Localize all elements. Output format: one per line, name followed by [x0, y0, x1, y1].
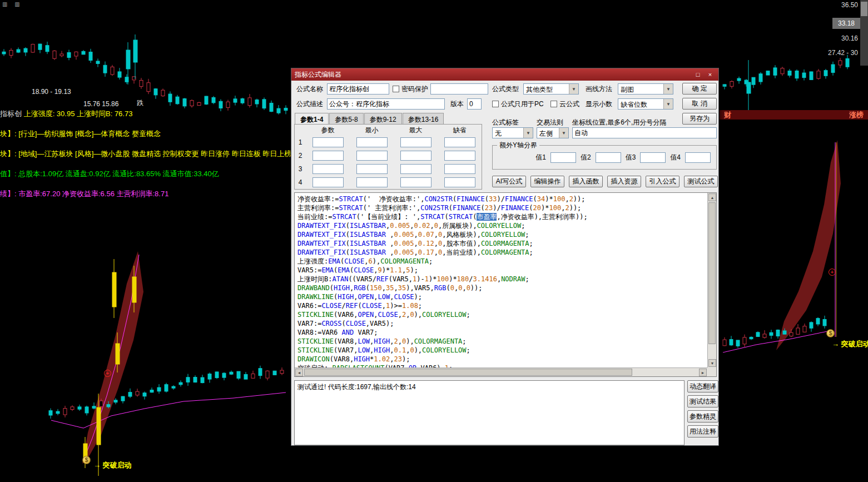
toolbar-button-插入资源[interactable]: 插入资源: [607, 176, 641, 187]
toolbar-button-测试公式[interactable]: 测试公式: [684, 176, 718, 187]
tag-select[interactable]: 无 ▼: [492, 127, 533, 138]
scroll-down-icon[interactable]: ▼: [708, 359, 716, 367]
axis-position-label: 坐标线位置,最多6个,用分号分隔: [572, 118, 666, 126]
price-label: 30.16: [841, 34, 858, 42]
code-line: DRAWTEXT_FIX(ISLASTBAR,0.005,0.02,0,所属板块…: [297, 221, 707, 230]
ok-button[interactable]: 确 定: [682, 83, 717, 95]
code-line: 上涨时间B:ATAN((VAR5/REF(VAR5,1)-1)*100)*180…: [297, 275, 707, 284]
price-label: 33.18: [832, 18, 860, 29]
scrollbar-corner: [707, 367, 716, 376]
param-input[interactable]: [356, 151, 388, 161]
param-input[interactable]: [313, 164, 344, 174]
password-checkbox[interactable]: [393, 86, 399, 92]
tag-value: 无: [493, 128, 523, 138]
param-input[interactable]: [400, 151, 431, 161]
scroll-left-icon[interactable]: ◄: [295, 369, 303, 376]
price-label: 27.42 - 30: [828, 49, 858, 57]
test-result-box: 测试通过! 代码长度:1697,输出线个数:14: [294, 380, 685, 445]
version-input[interactable]: [467, 98, 482, 110]
code-line: DRAWTEXT_FIX(ISLASTBAR ,0.005,0.07,0,风格板…: [297, 230, 707, 239]
vscroll-thumb[interactable]: [708, 202, 716, 344]
price-label: 36.50: [841, 1, 858, 9]
password-input[interactable]: [430, 83, 488, 95]
param-col-header: 最大: [409, 126, 423, 135]
y-value-input[interactable]: [550, 152, 576, 163]
param-input[interactable]: [444, 151, 475, 161]
cancel-button[interactable]: 取 消: [682, 98, 717, 110]
side-button-用法注释[interactable]: 用法注释: [687, 425, 718, 438]
param-input[interactable]: [444, 177, 475, 187]
chevron-down-icon: ▼: [663, 84, 673, 94]
toolbar-button-引入公式[interactable]: 引入公式: [646, 176, 679, 187]
toolbar-button-AI写公式[interactable]: AI写公式: [492, 176, 526, 187]
param-input[interactable]: [444, 137, 475, 147]
y-value-input[interactable]: [640, 152, 666, 163]
y-value-label: 值3: [626, 153, 636, 162]
draw-method-select[interactable]: 副图 ▼: [618, 83, 673, 95]
y-value-input[interactable]: [596, 152, 621, 163]
scrollbar-thumb[interactable]: [861, 2, 867, 16]
dialog-titlebar[interactable]: 指标公式编辑器 □ ×: [291, 68, 718, 81]
formula-desc-input[interactable]: [327, 98, 445, 110]
y-value-label: 值2: [581, 153, 591, 162]
toolbar-button-编辑操作[interactable]: 编辑操作: [530, 176, 564, 187]
chevron-down-icon: ▼: [559, 128, 568, 138]
close-button[interactable]: ×: [705, 71, 715, 79]
code-text: 净资收益率:=STRCAT(' 净资收益率:',CON2STR(FINANCE(…: [295, 193, 707, 367]
axis-scrollbar[interactable]: [860, 0, 868, 66]
save-as-button[interactable]: 另存为: [682, 113, 717, 125]
formula-name-input[interactable]: [327, 83, 389, 95]
decimal-select[interactable]: 缺省位数 ▼: [618, 98, 673, 110]
formula-type-select[interactable]: 其他类型 ▼: [523, 83, 579, 95]
param-input[interactable]: [400, 137, 431, 147]
corner-icons: ▥ ▥: [2, 1, 23, 7]
toolbar-button-插入函数[interactable]: 插入函数: [569, 176, 603, 187]
code-line: VAR7:=CROSS(CLOSE,VAR5);: [297, 319, 707, 328]
formula-type-label: 公式类型: [492, 85, 519, 93]
code-line: VAR8:=VAR6 AND VAR7;: [297, 328, 707, 337]
cloud-checkbox[interactable]: [550, 101, 557, 107]
param-input[interactable]: [313, 177, 344, 187]
code-line: 上涨强度:EMA(CLOSE,6),COLORMAGENTA;: [297, 257, 707, 266]
price-note-pair: 15.76 15.86: [83, 100, 118, 108]
side-button-参数精灵[interactable]: 参数精灵: [687, 410, 718, 423]
code-line: VAR6:=CLOSE/REF(CLOSE,1)>=1.08;: [297, 301, 707, 310]
dialog-title: 指标公式编辑器: [295, 70, 691, 79]
chevron-down-icon: ▼: [663, 99, 673, 109]
formula-type-value: 其他类型: [524, 84, 569, 94]
rule-select[interactable]: 左侧 ▼: [537, 127, 569, 138]
draw-method-value: 副图: [618, 84, 663, 94]
ticker-right-label[interactable]: 涨榜: [849, 110, 864, 120]
code-editor[interactable]: 净资收益率:=STRCAT(' 净资收益率:',CON2STR(FINANCE(…: [294, 192, 717, 377]
y-value-input[interactable]: [685, 152, 711, 163]
hscroll-thumb[interactable]: [304, 369, 632, 376]
cross-marker-left: +: [104, 370, 111, 377]
chart-info-line: 板块】: [地域]—江苏板块 [风格]—微小盘股 微盘精选 控制权变更 昨日涨停…: [0, 149, 308, 159]
side-button-测试结果[interactable]: 测试结果: [687, 395, 718, 408]
breakout-label-left: → 突破启动: [93, 460, 132, 470]
param-input[interactable]: [356, 137, 388, 147]
side-buttons: 动态翻译测试结果参数精灵用法注释: [687, 380, 718, 438]
param-input[interactable]: [400, 164, 431, 174]
scroll-up-icon[interactable]: ▲: [708, 193, 716, 201]
test-result-message: 测试通过! 代码长度:1697,输出线个数:14: [297, 383, 416, 391]
scroll-right-icon[interactable]: ►: [699, 369, 707, 376]
horizontal-scrollbar[interactable]: ◄ ►: [295, 367, 707, 376]
side-button-动态翻译[interactable]: 动态翻译: [687, 380, 718, 392]
extra-y-axis-group: 额外Y轴分界 值1值2值3值4: [492, 141, 717, 170]
ticker-left-label[interactable]: 财: [724, 110, 731, 120]
pc-only-checkbox[interactable]: [492, 101, 499, 107]
vertical-scrollbar[interactable]: ▲ ▼: [707, 193, 716, 367]
param-input[interactable]: [444, 164, 475, 174]
y-value-label: 值4: [670, 153, 681, 162]
param-input[interactable]: [400, 177, 431, 187]
price-axis: 36.5033.1830.1627.42 - 30: [796, 0, 868, 72]
param-input[interactable]: [356, 164, 388, 174]
param-input[interactable]: [313, 151, 344, 161]
chart-info-line: 板块】: [行业]—纺织服饰 [概念]—体育概念 婴童概念: [0, 129, 161, 139]
maximize-button[interactable]: □: [693, 71, 703, 79]
axis-position-input[interactable]: [572, 127, 717, 138]
code-line: STICKLINE(VAR6,OPEN,CLOSE,2,0),COLORYELL…: [297, 310, 707, 319]
param-input[interactable]: [356, 177, 388, 187]
param-input[interactable]: [313, 137, 344, 147]
